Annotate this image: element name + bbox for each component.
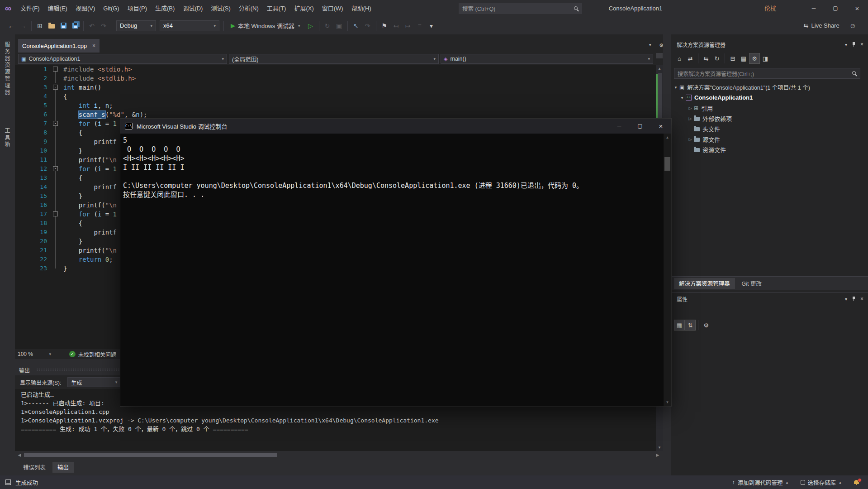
tab-output[interactable]: 输出: [52, 462, 74, 473]
quick-search-box[interactable]: 搜索 (Ctrl+Q): [459, 3, 582, 14]
menu-item-9[interactable]: 工具(T): [263, 0, 290, 17]
start-without-debugging-icon[interactable]: ▷: [305, 20, 316, 31]
editor-splitter-handle[interactable]: [656, 53, 663, 58]
scroll-left-icon[interactable]: ◀: [17, 453, 22, 457]
scroll-up-icon[interactable]: ▲: [656, 67, 663, 71]
nav-project-dropdown[interactable]: ConsoleApplication1: [18, 54, 227, 64]
menu-item-4[interactable]: 项目(P): [123, 0, 151, 17]
redo-icon[interactable]: ↷: [98, 20, 109, 31]
prev-bookmark-icon[interactable]: ↤: [391, 20, 402, 31]
sidebar-tab-server-explorer[interactable]: 服务器资源管理器: [3, 42, 11, 96]
debug-windows-icon[interactable]: ▣: [334, 20, 345, 31]
preview-selected-icon[interactable]: ◨: [760, 53, 770, 63]
menu-item-11[interactable]: 窗口(W): [318, 0, 347, 17]
chevron-down-icon[interactable]: ▾: [845, 297, 847, 302]
next-bookmark-icon[interactable]: ↦: [403, 20, 413, 31]
chevron-down-icon[interactable]: ▾: [845, 42, 847, 47]
solution-platform-dropdown[interactable]: x64: [160, 20, 219, 31]
save-all-icon[interactable]: [70, 20, 81, 31]
tree-item-header-files[interactable]: 头文件: [671, 124, 868, 134]
properties-object-field[interactable]: [671, 304, 868, 319]
tab-list-chevron-icon[interactable]: ▾: [649, 43, 651, 47]
debug-console-window[interactable]: Microsoft Visual Studio 调试控制台 5 O O O O …: [120, 119, 671, 406]
close-icon[interactable]: ×: [860, 296, 863, 302]
document-health-check-icon[interactable]: [69, 351, 76, 357]
nav-scope-dropdown[interactable]: (全局范围): [229, 54, 439, 64]
minimize-button[interactable]: [609, 119, 630, 134]
code-line-1[interactable]: 1-#include <stdio.h>: [15, 65, 656, 74]
console-title-bar[interactable]: Microsoft Visual Studio 调试控制台: [120, 119, 671, 134]
expanded-arrow-icon[interactable]: [679, 96, 685, 100]
tab-solution-explorer[interactable]: 解决方案资源管理器: [674, 278, 735, 289]
scrollbar-thumb[interactable]: [664, 157, 670, 171]
collapse-all-icon[interactable]: ⊟: [728, 53, 738, 63]
pointer-mode-icon[interactable]: ↖: [351, 20, 361, 31]
toolbar-overflow-icon[interactable]: ▾: [426, 20, 437, 31]
fold-collapse-icon[interactable]: -: [53, 211, 58, 216]
hot-reload-icon[interactable]: ↻: [322, 20, 333, 31]
navigate-back-icon[interactable]: ←: [6, 20, 17, 31]
menu-item-2[interactable]: 视图(V): [71, 0, 99, 17]
save-icon[interactable]: [58, 20, 69, 31]
notifications-button[interactable]: [854, 479, 861, 485]
output-source-dropdown[interactable]: 生成: [67, 377, 121, 387]
code-line-5[interactable]: 5 int i, n;: [15, 101, 656, 110]
scroll-down-icon[interactable]: ▼: [664, 400, 671, 404]
user-account-name[interactable]: 伦桄: [764, 0, 776, 17]
code-line-6[interactable]: 6 scanf_s("%d", &n);: [15, 110, 656, 119]
solution-explorer-header[interactable]: 解决方案资源管理器 ▾ ×: [671, 38, 868, 50]
minimize-button[interactable]: [803, 0, 825, 17]
tree-item-references[interactable]: 引用: [671, 103, 868, 113]
code-line-3[interactable]: 3-int main(): [15, 83, 656, 92]
step-over-icon[interactable]: ↷: [362, 20, 373, 31]
maximize-button[interactable]: [825, 0, 846, 17]
zoom-dropdown[interactable]: 100 %: [18, 351, 51, 357]
undo-icon[interactable]: ↶: [86, 20, 97, 31]
menu-item-5[interactable]: 生成(B): [151, 0, 179, 17]
show-all-files-icon[interactable]: ▤: [739, 53, 749, 63]
output-horizontal-scrollbar[interactable]: ◀ ▶: [15, 451, 671, 459]
property-pages-icon[interactable]: ⚙: [701, 320, 711, 330]
code-line-4[interactable]: 4{: [15, 92, 656, 101]
console-output[interactable]: 5 O O O O O<H><H><H><H><H>I II II II II …: [123, 136, 657, 389]
close-icon[interactable]: ×: [860, 41, 863, 48]
home-icon[interactable]: ⌂: [674, 53, 684, 63]
tree-item-resource-files[interactable]: 资源文件: [671, 144, 868, 155]
console-scrollbar[interactable]: ▲ ▼: [664, 134, 671, 406]
start-debugging-button[interactable]: 本地 Windows 调试器: [229, 20, 302, 32]
fold-collapse-icon[interactable]: -: [53, 85, 58, 90]
properties-icon[interactable]: ⚙: [749, 53, 759, 63]
comment-icon[interactable]: ≡: [414, 20, 425, 31]
menu-item-1[interactable]: 编辑(E): [44, 0, 71, 17]
bookmark-icon[interactable]: ⚑: [379, 20, 390, 31]
open-file-icon[interactable]: [46, 20, 57, 31]
scroll-down-icon[interactable]: ▼: [656, 446, 663, 450]
tree-item-project[interactable]: ConsoleApplication1: [671, 92, 868, 103]
sidebar-tab-toolbox[interactable]: 工具箱: [3, 128, 11, 148]
live-share-button[interactable]: Live Share: [811, 22, 840, 29]
close-button[interactable]: [650, 119, 671, 134]
scrollbar-thumb[interactable]: [24, 453, 277, 457]
tree-item-solution[interactable]: 解决方案"ConsoleApplication1"(1 个项目/共 1 个): [671, 82, 868, 92]
menu-item-3[interactable]: Git(G): [99, 0, 123, 17]
tab-error-list[interactable]: 错误列表: [18, 462, 51, 473]
refresh-icon[interactable]: ↻: [712, 53, 722, 63]
new-project-icon[interactable]: ⊞: [34, 20, 45, 31]
menu-item-8[interactable]: 分析(N): [235, 0, 263, 17]
menu-item-7[interactable]: 测试(S): [207, 0, 234, 17]
pin-icon[interactable]: [852, 42, 856, 47]
sync-with-active-document-icon[interactable]: ⇆: [701, 53, 711, 63]
collapsed-arrow-icon[interactable]: [688, 116, 693, 121]
scroll-right-icon[interactable]: ▶: [655, 453, 660, 457]
fold-collapse-icon[interactable]: -: [53, 67, 58, 72]
menu-item-10[interactable]: 扩展(X): [290, 0, 318, 17]
fold-collapse-icon[interactable]: -: [53, 166, 58, 171]
properties-panel-header[interactable]: 属性 ▾ ×: [671, 292, 868, 305]
solution-explorer-search-box[interactable]: 搜索解决方案资源管理器(Ctrl+;): [674, 68, 860, 79]
tree-item-external-dependencies[interactable]: 外部依赖项: [671, 113, 868, 124]
tree-item-source-files[interactable]: 源文件: [671, 134, 868, 144]
collapsed-arrow-icon[interactable]: [688, 106, 693, 110]
feedback-smiley-icon[interactable]: [849, 22, 856, 29]
nav-member-dropdown[interactable]: main(): [441, 54, 653, 64]
menu-item-12[interactable]: 帮助(H): [347, 0, 375, 17]
